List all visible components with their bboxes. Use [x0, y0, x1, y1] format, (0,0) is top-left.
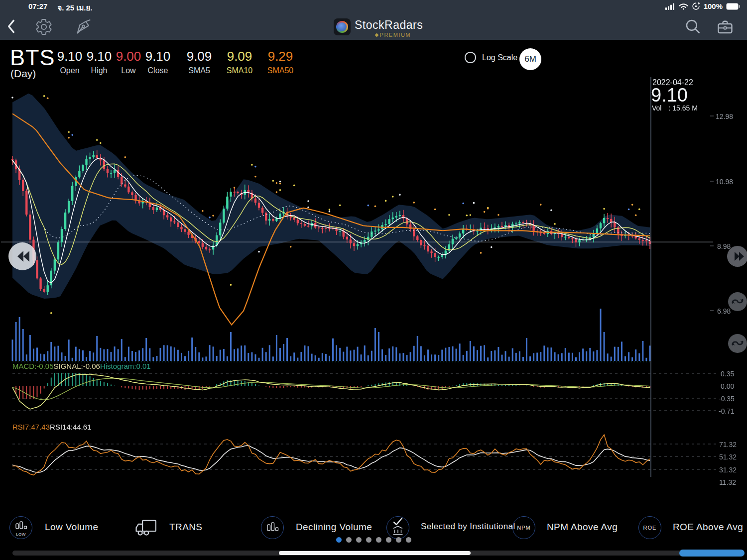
pagination-dot[interactable] [336, 537, 342, 543]
macd-tick-2: 0.00 [721, 382, 734, 390]
log-scale-toggle[interactable]: Log Scale [465, 52, 517, 63]
home-indicator[interactable] [279, 551, 471, 555]
macd-value-label: MACD:-0.05 [12, 362, 54, 370]
macd-tick-4: -0.71 [719, 407, 735, 415]
premium-tier: PREMIUM [355, 32, 411, 38]
log-scale-radio[interactable] [465, 52, 476, 63]
status-date: จ. 25 เม.ย. [57, 2, 92, 14]
status-left: 07:27 จ. 25 เม.ย. [28, 2, 93, 14]
range-6m-button[interactable]: 6M [519, 48, 541, 70]
rsi-tick-1: 71.32 [719, 441, 737, 448]
battery-percent: 100% [704, 2, 723, 10]
scroll-back-button[interactable] [8, 242, 36, 270]
stock-chart[interactable] [0, 75, 747, 503]
macd-tick-3: -0.35 [719, 395, 735, 403]
pagination-dot[interactable] [376, 537, 381, 543]
stat-sma5: 9.09SMA5 [181, 49, 218, 75]
pagination-dot[interactable] [366, 537, 372, 543]
status-time: 07:27 [28, 2, 47, 14]
rsi-legend: RSI7:47.43 RSI14:44.61 [12, 423, 91, 431]
pagination-dot[interactable] [396, 537, 401, 543]
portfolio-briefcase-icon[interactable] [716, 18, 734, 36]
roe-icon[interactable]: ROE [638, 516, 661, 539]
rsi-tick-4: 11.32 [719, 478, 736, 486]
signal-bars-icon [665, 3, 675, 10]
back-button[interactable] [6, 18, 17, 35]
low-volume-icon[interactable]: LOW [9, 516, 32, 539]
npm-icon[interactable]: NPM [512, 516, 535, 539]
chart-scrollbar-thumb[interactable] [679, 550, 745, 557]
badge-declining-volume[interactable]: Declining Volume [296, 522, 372, 533]
histogram-value-label: Histogram:0.01 [100, 362, 151, 370]
badge-npm[interactable]: NPM Above Avg [547, 522, 618, 533]
stock-symbol: BTS [10, 45, 55, 71]
pagination-dot[interactable] [346, 537, 352, 543]
crosshair-price: 9.10 [651, 85, 688, 106]
badge-low-volume[interactable]: Low Volume [45, 522, 99, 533]
badge-institutional[interactable]: Selected by Institutional [421, 522, 515, 532]
compare-loop-button-1[interactable] [728, 292, 747, 311]
rsi14-value-label: RSI14:44.61 [50, 423, 91, 431]
wifi-icon [679, 3, 688, 10]
app-title: StockRadars [355, 18, 423, 32]
macd-tick-1: 0.35 [721, 370, 734, 378]
pagination-dots [0, 537, 747, 543]
rsi-tick-2: 51.32 [719, 453, 737, 461]
macd-legend: MACD:-0.05 SIGNAL:-0.06 Histogram:0.01 [12, 362, 151, 370]
price-tick-2: 10.98 [716, 178, 733, 186]
institutional-check-icon[interactable] [386, 516, 409, 539]
rsi-tick-3: 31.32 [719, 466, 737, 474]
stat-sma50: 9.29SMA50 [262, 49, 299, 75]
diamond-icon [374, 33, 378, 37]
pagination-dot[interactable] [356, 537, 362, 543]
draw-pen-icon[interactable] [74, 17, 94, 37]
scroll-forward-button[interactable] [727, 246, 747, 267]
status-right: 100% [665, 2, 740, 10]
badge-trans[interactable]: TRANS [169, 522, 202, 533]
rotation-lock-icon [692, 2, 700, 10]
log-scale-label: Log Scale [482, 53, 517, 62]
price-tick-1: 12.98 [716, 112, 733, 120]
stat-close: 9.10Close [139, 49, 176, 75]
badge-roe[interactable]: ROE Above Avg [673, 522, 743, 533]
truck-icon[interactable] [134, 517, 159, 539]
compare-loop-button-2[interactable] [728, 334, 747, 353]
stockradars-logo-icon [334, 18, 351, 35]
stat-sma10: 9.09SMA10 [221, 49, 258, 75]
search-icon[interactable] [684, 18, 701, 35]
crosshair-volume: Vol: 15.65 M [652, 104, 698, 112]
rsi7-value-label: RSI7:47.43 [12, 423, 50, 431]
pagination-dot[interactable] [406, 537, 411, 543]
app-screen: 07:27 จ. 25 เม.ย. 100% [0, 0, 747, 560]
declining-volume-icon[interactable] [261, 516, 284, 539]
header-bar: 07:27 จ. 25 เม.ย. 100% [0, 0, 747, 40]
pagination-dot[interactable] [386, 537, 391, 543]
signal-value-label: SIGNAL:-0.06 [54, 362, 100, 370]
battery-icon [726, 3, 740, 10]
settings-gear-icon[interactable] [35, 18, 53, 36]
